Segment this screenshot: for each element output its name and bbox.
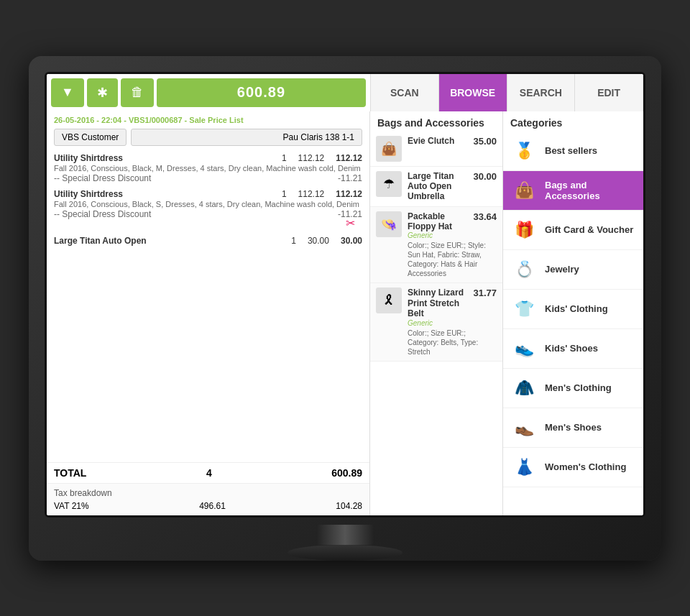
tax-row: VAT 21% 496.61 104.28 [54,501,362,511]
stand-neck [316,525,374,545]
product-attrs: Color:; Size EUR:; Category: Belts, Type… [408,328,497,357]
categories-list: 🥇 Best sellers 👜 Bags and Accessories 🎁 … [503,132,643,515]
category-item-kids-shoes[interactable]: 👟 Kids' Shoes [503,329,643,369]
category-name: Women's Clothing [545,461,626,472]
product-info: 31.77 Skinny Lizard Print Stretch Belt G… [408,288,497,356]
product-thumbnail: 👜 [376,136,402,162]
product-info: 33.64 Packable Floppy Hat Generic Color:… [408,211,497,279]
category-icon: 💍 [510,256,538,283]
tab-search[interactable]: SEARCH [507,74,576,111]
category-name: Best sellers [545,145,597,156]
product-item[interactable]: 🎗 31.77 Skinny Lizard Print Stretch Belt… [370,283,502,361]
tax-title: Tax breakdown [54,488,362,498]
receipt-item: Utility Shirtdress 1 112.12 112.12 Fall … [54,153,362,183]
top-bar: ▼ ✱ 🗑 600.89 SCAN BROWSE SEARCH EDIT [47,74,643,111]
product-generic: Generic [408,231,497,239]
product-generic: Generic [408,319,497,327]
total-amount: 600.89 [331,467,362,479]
receipt-summary: TOTAL 4 600.89 [47,462,369,483]
delete-button[interactable]: 🗑 [121,78,154,107]
item-discount: -- Special Dress Discount -11.21 [54,173,362,183]
category-icon: 👗 [510,454,538,481]
category-item-kids-clothing[interactable]: 👕 Kids' Clothing [503,290,643,329]
item-desc: Fall 2016, Conscious, Black, M, Dresses,… [54,163,362,173]
category-item-best-sellers[interactable]: 🥇 Best sellers [503,132,643,171]
category-name: Kids' Shoes [545,343,598,354]
category-item-jewelry[interactable]: 💍 Jewelry [503,250,643,290]
tab-browse[interactable]: BROWSE [439,74,507,111]
nav-tabs: SCAN BROWSE SEARCH EDIT [370,74,643,111]
receipt-header: 26-05-2016 - 22:04 - VBS1/0000687 - Sale… [47,111,369,150]
category-item-gift-card[interactable]: 🎁 Gift Card & Voucher [503,211,643,250]
products-panel: Bags and Accessories 👜 35.00 Evie Clutch [370,111,503,515]
product-item[interactable]: 👜 35.00 Evie Clutch [370,132,502,167]
item-total: 112.12 [336,189,362,199]
categories-title: Categories [503,111,643,132]
item-name: Large Titan Auto Open [54,236,147,246]
item-name: Utility Shirtdress [54,189,123,199]
receipt-panel: 26-05-2016 - 22:04 - VBS1/0000687 - Sale… [47,111,370,515]
product-item[interactable]: 👒 33.64 Packable Floppy Hat Generic Colo… [370,207,502,284]
total-display[interactable]: 600.89 [157,78,366,107]
item-price: 30.00 [308,236,329,246]
main-content: 26-05-2016 - 22:04 - VBS1/0000687 - Sale… [47,111,643,515]
item-price: 112.12 [298,189,325,199]
tax-amount: 104.28 [336,501,362,511]
monitor: ▼ ✱ 🗑 600.89 SCAN BROWSE SEARCH EDIT 26-… [29,56,661,561]
customer-button[interactable]: VBS Customer [54,129,126,146]
summary-total-row: TOTAL 4 600.89 [54,466,362,480]
pos-screen: ▼ ✱ 🗑 600.89 SCAN BROWSE SEARCH EDIT 26-… [45,72,645,518]
item-total: 112.12 [336,153,362,163]
customer-row: VBS Customer Pau Claris 138 1-1 [54,129,362,146]
category-name: Gift Card & Voucher [545,224,633,235]
receipt-item: Large Titan Auto Open 1 30.00 30.00 [54,236,362,246]
products-title: Bags and Accessories [370,111,502,132]
stand-base [288,545,402,561]
category-name: Men's Shoes [545,422,602,433]
item-desc: Fall 2016, Conscious, Black, S, Dresses,… [54,199,362,209]
product-price: 33.64 [473,211,497,222]
receipt-date: 26-05-2016 - 22:04 - VBS1/0000687 - Sale… [54,116,362,124]
dropdown-button[interactable]: ▼ [51,78,84,107]
category-icon: 🧥 [510,374,538,402]
tab-edit[interactable]: EDIT [575,74,643,111]
tax-base: 496.61 [199,501,226,511]
product-icon: 👒 [381,216,397,232]
category-icon: 👟 [510,335,538,362]
scissors-icon: ✂ [346,216,355,230]
item-qty: 1 [282,189,287,199]
receipt-item: Utility Shirtdress 1 112.12 112.12 Fall … [54,189,362,230]
product-icon: ☂ [383,176,395,192]
item-price: 112.12 [298,153,325,163]
category-icon: 👕 [510,295,538,323]
product-icon: 🎗 [382,293,395,308]
category-item-womens-clothing[interactable]: 👗 Women's Clothing [503,448,643,487]
receipt-items: Utility Shirtdress 1 112.12 112.12 Fall … [47,150,369,462]
product-thumbnail: 👒 [376,211,402,237]
product-info: 35.00 Evie Clutch [408,136,497,147]
category-name: Men's Clothing [545,382,612,393]
location-button[interactable]: Pau Claris 138 1-1 [131,129,362,146]
item-name: Utility Shirtdress [54,153,123,163]
toolbar-left: ▼ ✱ 🗑 600.89 [47,74,370,111]
total-qty: 4 [206,467,212,479]
tab-scan[interactable]: SCAN [371,74,439,111]
star-button[interactable]: ✱ [87,78,118,107]
products-list: 👜 35.00 Evie Clutch ☂ 30.00 [370,132,502,515]
category-icon: 🎁 [510,216,538,244]
receipt-footer: Tax breakdown VAT 21% 496.61 104.28 [47,483,369,515]
product-thumbnail: ☂ [376,171,402,197]
category-item-bags[interactable]: 👜 Bags and Accessories [503,171,643,211]
category-item-mens-clothing[interactable]: 🧥 Men's Clothing [503,369,643,408]
category-icon: 👜 [510,177,538,204]
categories-panel: Categories 🥇 Best sellers 👜 Bags and Acc… [503,111,643,515]
product-thumbnail: 🎗 [376,288,402,313]
product-item[interactable]: ☂ 30.00 Large Titan Auto Open Umbrella [370,167,502,207]
item-total: 30.00 [341,236,362,246]
category-item-mens-shoes[interactable]: 👞 Men's Shoes [503,408,643,448]
product-price: 30.00 [473,171,497,182]
tax-label: VAT 21% [54,501,89,511]
product-icon: 👜 [381,141,397,157]
monitor-stand [288,525,402,561]
category-name: Kids' Clothing [545,303,608,314]
